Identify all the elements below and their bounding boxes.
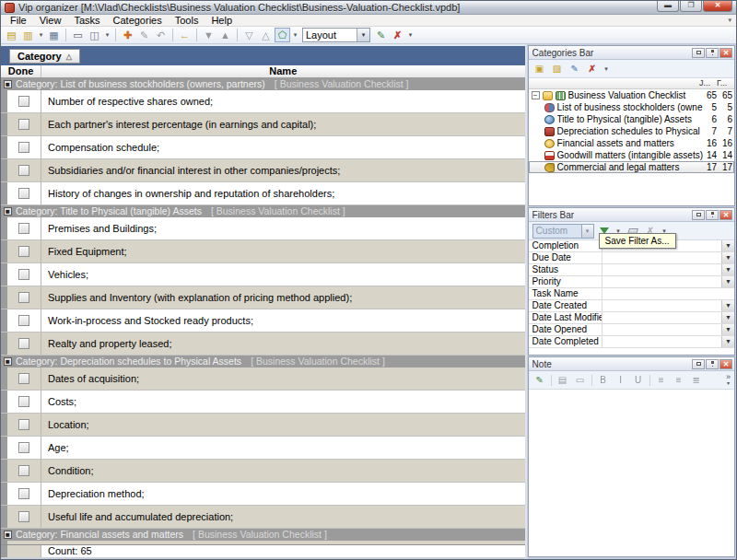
column-header-name[interactable]: Name	[41, 65, 525, 77]
done-cell[interactable]	[7, 286, 41, 309]
task-row[interactable]: Age;	[1, 437, 525, 460]
note-text-area[interactable]	[529, 390, 734, 556]
task-name[interactable]: Age;	[41, 437, 525, 459]
category-group-row[interactable]: ■ Category: Financial assets and matters…	[1, 529, 525, 541]
underline-icon[interactable]: U	[631, 373, 646, 387]
menu-tasks[interactable]: Tasks	[67, 15, 106, 27]
done-cell[interactable]	[7, 437, 41, 459]
back-arrow-icon[interactable]: ←	[177, 28, 193, 42]
layout-combobox-dropdown-icon[interactable]: ▾	[357, 29, 369, 41]
tree-column-1[interactable]: J...	[699, 78, 717, 88]
panel-pin-icon[interactable]	[706, 48, 719, 58]
done-checkbox[interactable]	[18, 419, 29, 430]
filter-value[interactable]	[602, 324, 721, 335]
collapse-icon[interactable]: ■	[4, 531, 12, 539]
done-cell[interactable]	[7, 113, 41, 135]
done-checkbox[interactable]	[18, 396, 29, 407]
categories-toolbar-overflow-icon[interactable]: ▾	[602, 65, 611, 73]
done-checkbox[interactable]	[18, 465, 29, 476]
dropdown-icon[interactable]: ▼	[721, 276, 734, 287]
task-row[interactable]: Each partner's interest percentage (in e…	[1, 113, 525, 136]
done-checkbox[interactable]	[18, 223, 29, 234]
collapse-all-icon[interactable]: △	[258, 28, 274, 42]
menu-view[interactable]: View	[33, 15, 68, 27]
print-overflow-icon[interactable]: ▾	[103, 31, 111, 39]
filter-row[interactable]: Date Completed▼	[529, 336, 734, 348]
align-left-icon[interactable]: ≡	[654, 373, 669, 387]
panel-pin-icon[interactable]	[706, 210, 719, 220]
done-cell[interactable]	[7, 240, 41, 262]
task-row[interactable]: Dates of acquisition;	[1, 368, 525, 391]
task-row[interactable]: Fixed Equipment;	[1, 240, 525, 263]
done-cell[interactable]	[7, 414, 41, 436]
task-name[interactable]: History of changes in ownership and repu…	[41, 182, 525, 204]
group-by-category-button[interactable]: Category △	[9, 49, 80, 64]
dropdown-icon[interactable]: ▼	[721, 300, 734, 311]
task-row[interactable]: Premises and Buildings;	[1, 217, 525, 240]
done-checkbox[interactable]	[18, 96, 29, 107]
align-center-icon[interactable]: ≡	[672, 373, 686, 387]
collapse-icon[interactable]: ■	[4, 357, 12, 366]
italic-icon[interactable]: I	[614, 373, 628, 387]
bold-icon[interactable]: B	[596, 373, 611, 387]
filter-preset-combobox[interactable]: Custom ▾	[532, 224, 594, 239]
import-icon[interactable]: ▦	[46, 28, 62, 42]
filter-row[interactable]: Date Last Modifie▼	[529, 312, 734, 324]
undo-icon[interactable]: ↶	[153, 28, 169, 42]
panel-restore-icon[interactable]	[692, 359, 705, 369]
done-checkbox[interactable]	[18, 119, 29, 130]
filter-row[interactable]: Date Created▼	[529, 300, 734, 312]
done-cell[interactable]	[7, 90, 41, 112]
move-up-icon[interactable]: ▲	[217, 28, 233, 42]
task-row[interactable]: Number of respective shares owned;	[1, 90, 525, 113]
filter-value[interactable]	[602, 336, 721, 347]
category-group-row[interactable]: ■ Category: Title to Physical (tangible)…	[1, 205, 525, 217]
tree-item[interactable]: Goodwill matters (intangible assets) 14 …	[529, 149, 734, 161]
delete-layout-icon[interactable]: ✗	[390, 28, 405, 42]
open-recent-dropdown-icon[interactable]: ▾	[37, 31, 45, 39]
group-by-bar[interactable]: Category △	[1, 44, 525, 65]
menu-categories[interactable]: Categories	[107, 15, 169, 27]
bullet-list-icon[interactable]: ≣	[689, 373, 704, 387]
edit-category-icon[interactable]: ✎	[567, 62, 582, 76]
tree-item-selected[interactable]: Commercial and legal matters 17 17	[529, 161, 734, 173]
done-cell[interactable]	[7, 217, 41, 239]
collapse-icon[interactable]: ■	[4, 207, 12, 216]
open-database-icon[interactable]: ▥	[20, 28, 36, 42]
done-checkbox[interactable]	[18, 442, 29, 453]
done-checkbox[interactable]	[18, 373, 29, 384]
tree-item[interactable]: Depreciation schedules to Physical 7 7	[529, 125, 734, 137]
filter-value[interactable]	[602, 264, 721, 275]
customize-layout-icon[interactable]: ✎	[373, 28, 389, 42]
print-preview-icon[interactable]: ◫	[87, 28, 102, 42]
task-row[interactable]: Condition;	[1, 460, 525, 483]
task-name[interactable]: Condition;	[41, 460, 525, 482]
new-subcategory-icon[interactable]: ▨	[550, 62, 565, 76]
done-cell[interactable]	[7, 368, 41, 390]
filter-row[interactable]: Task Name	[529, 288, 734, 300]
task-row[interactable]: Costs;	[1, 391, 525, 414]
task-name[interactable]: Costs;	[41, 391, 525, 413]
delete-category-icon[interactable]: ✗	[585, 62, 600, 76]
expand-all-icon[interactable]: ▽	[241, 28, 257, 42]
tree-item-root[interactable]: − Business Valuation Checklist 65 65	[529, 89, 734, 101]
panel-close-icon[interactable]: ✕	[719, 210, 732, 220]
menubar-overflow-icon[interactable]: ▾	[728, 17, 733, 24]
filter-value[interactable]	[602, 252, 721, 263]
filter-row[interactable]: Due Date▼	[529, 252, 734, 264]
done-cell[interactable]	[7, 263, 41, 286]
task-row[interactable]: Realty and property leased;	[1, 332, 525, 356]
edit-task-icon[interactable]: ✎	[136, 28, 152, 42]
task-name[interactable]: Supplies and Inventory (with explanation…	[41, 286, 525, 309]
panel-restore-icon[interactable]	[692, 210, 705, 220]
task-name[interactable]: Vehicles;	[41, 263, 525, 286]
collapse-icon[interactable]: ■	[4, 80, 12, 88]
done-checkbox[interactable]	[18, 315, 29, 326]
toolbar-overflow-icon[interactable]: ▾	[406, 31, 415, 39]
filter-value[interactable]	[602, 300, 721, 311]
tree-item[interactable]: Title to Physical (tangible) Assets 6 6	[529, 113, 734, 125]
category-group-row[interactable]: ■ Category: List of business stockholder…	[1, 78, 525, 90]
done-checkbox[interactable]	[18, 338, 29, 349]
close-button[interactable]: ✕	[703, 1, 732, 12]
done-checkbox[interactable]	[18, 511, 29, 522]
